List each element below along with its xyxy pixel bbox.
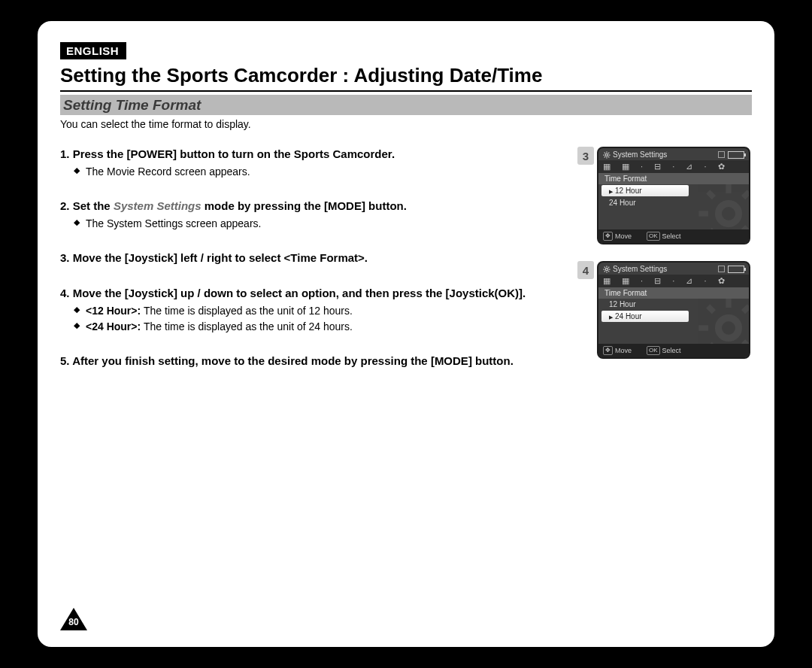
svg-point-0 [605, 153, 607, 156]
lcd-screen: System Settings ▦ ▦ · ⊟ · ⊿ · ✿ Time For… [597, 261, 750, 359]
storage-icon [718, 266, 725, 272]
steps-list: 1. Press the [POWER] button to turn on t… [60, 147, 568, 369]
battery-icon [728, 266, 744, 273]
step-item: 5. After you finish setting, move to the… [60, 354, 568, 369]
step-text: Set the [73, 199, 114, 212]
svg-line-5 [604, 152, 605, 153]
ok-key-icon: OK [647, 232, 660, 241]
lcd-option: 24 Hour [598, 197, 749, 208]
svg-rect-17 [706, 228, 716, 229]
svg-point-19 [605, 268, 607, 270]
hint-text: Move [615, 347, 632, 354]
svg-line-24 [604, 266, 605, 267]
lcd-footer: ✥Move OKSelect [598, 229, 749, 243]
hint-text: Select [662, 347, 681, 354]
steps-column: 1. Press the [POWER] button to turn on t… [60, 147, 568, 388]
battery-icon [728, 151, 744, 159]
step-item: 1. Press the [POWER] button to turn on t… [60, 147, 568, 179]
step-text: mode by pressing the [MODE] button. [201, 199, 407, 212]
step-number: 3. [60, 251, 70, 264]
title-rule [60, 90, 752, 92]
bullet-text: The time is displayed as the unit of 24 … [144, 320, 353, 332]
lcd-footer: ✥Move OKSelect [598, 344, 749, 357]
bullet-text: The time is displayed as the unit of 12 … [144, 305, 353, 317]
bullet-item: The Movie Record screen appears. [60, 165, 568, 179]
lcd-options: 12 Hour 24 Hour [598, 299, 749, 344]
hint-text: Select [662, 232, 681, 240]
lcd-options: 12 Hour 24 Hour [598, 184, 749, 229]
step-number: 1. [60, 147, 70, 160]
svg-line-27 [608, 266, 609, 267]
step-number: 2. [60, 199, 70, 212]
step-heading: 2. Set the System Settings mode by press… [60, 199, 568, 214]
manual-page: ENGLISH Setting the Sports Camcorder : A… [38, 21, 774, 647]
step-heading: 1. Press the [POWER] button to turn on t… [60, 147, 568, 162]
content-area: 1. Press the [POWER] button to turn on t… [60, 147, 752, 388]
step-text: Press the [POWER] button to turn on the … [73, 147, 395, 160]
lcd-option: 12 Hour [598, 299, 749, 310]
step-text: Move the [Joystick] up / down to select … [73, 287, 526, 299]
lcd-title: System Settings [613, 265, 718, 273]
storage-icon [718, 151, 725, 158]
page-number: 80 [66, 617, 81, 627]
svg-point-29 [722, 321, 735, 335]
lcd-option-selected: 24 Hour [601, 311, 689, 322]
svg-rect-13 [698, 211, 708, 216]
step-number: 4. [60, 287, 70, 299]
step-number: 5. [60, 354, 70, 367]
svg-rect-16 [741, 225, 749, 229]
screenshot-step-number: 4 [577, 261, 594, 279]
bullet-text: The Movie Record screen appears. [86, 165, 250, 178]
lcd-title: System Settings [613, 150, 718, 159]
ok-key-icon: OK [647, 346, 660, 355]
lcd-select-hint: OKSelect [647, 346, 681, 355]
language-badge: ENGLISH [60, 42, 126, 59]
svg-line-26 [604, 271, 605, 272]
step-bullets: The Movie Record screen appears. [60, 165, 568, 179]
joystick-icon: ✥ [603, 232, 613, 241]
section-heading: Setting Time Format [60, 95, 752, 115]
step-bullets: <12 Hour>: The time is displayed as the … [60, 304, 568, 334]
intro-text: You can select the time format to displa… [60, 118, 752, 130]
step-item: 3. Move the [Joystick] left / right to s… [60, 250, 568, 266]
lcd-icon-row: ▦ ▦ · ⊟ · ⊿ · ✿ [598, 275, 749, 287]
step-text: Move the [Joystick] left / right to sele… [73, 251, 368, 264]
lcd-move-hint: ✥Move [603, 346, 632, 355]
lcd-header: System Settings [598, 263, 749, 275]
page-number-badge: 80 [60, 608, 87, 630]
page-title: Setting the Sports Camcorder : Adjusting… [60, 64, 752, 87]
joystick-icon: ✥ [603, 346, 613, 355]
svg-line-7 [604, 156, 605, 157]
screenshot-row: 3 System Settings ▦ ▦ · ⊟ · ⊿ · ✿ Time F… [577, 147, 752, 244]
svg-rect-35 [741, 339, 749, 344]
step-heading: 5. After you finish setting, move to the… [60, 354, 568, 369]
bullet-item: <12 Hour>: The time is displayed as the … [60, 304, 568, 318]
screenshots-column: 3 System Settings ▦ ▦ · ⊟ · ⊿ · ✿ Time F… [577, 147, 752, 388]
screenshot-row: 4 System Settings ▦ ▦ · ⊟ · ⊿ · ✿ Time F… [577, 261, 752, 359]
bullet-bold: <12 Hour>: [86, 305, 144, 317]
lcd-option-selected: 12 Hour [601, 185, 689, 196]
svg-point-10 [722, 207, 735, 220]
gear-icon [603, 151, 611, 159]
step-bullets: The System Settings screen appears. [60, 217, 568, 231]
step-heading: 3. Move the [Joystick] left / right to s… [60, 250, 568, 266]
bullet-text: The System Settings screen appears. [86, 217, 261, 229]
step-item: 4. Move the [Joystick] up / down to sele… [60, 286, 568, 334]
step-item: 2. Set the System Settings mode by press… [60, 199, 568, 231]
lcd-tab: Time Format [598, 287, 749, 299]
step-text: After you finish setting, move to the de… [72, 354, 514, 367]
svg-line-8 [608, 152, 609, 153]
step-text-em: System Settings [114, 199, 201, 212]
step-heading: 4. Move the [Joystick] up / down to sele… [60, 286, 568, 301]
svg-rect-32 [698, 325, 708, 330]
bullet-bold: <24 Hour>: [86, 320, 144, 332]
hint-text: Move [615, 232, 632, 240]
svg-line-6 [608, 156, 609, 157]
svg-line-25 [608, 271, 609, 272]
screenshot-step-number: 3 [577, 147, 594, 165]
svg-rect-36 [706, 342, 716, 344]
bullet-item: The System Settings screen appears. [60, 217, 568, 231]
svg-rect-11 [726, 184, 731, 193]
lcd-select-hint: OKSelect [647, 232, 681, 241]
lcd-move-hint: ✥Move [603, 232, 632, 241]
